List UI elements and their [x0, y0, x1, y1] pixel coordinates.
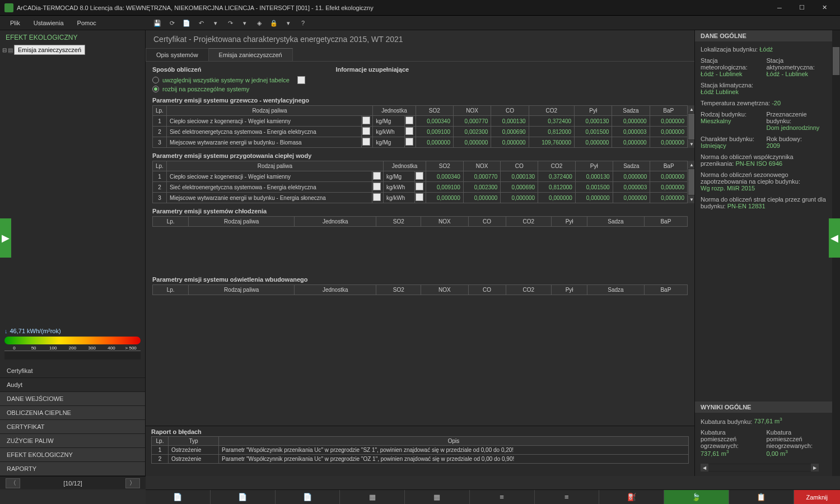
- cooling-empty: [152, 227, 688, 272]
- heat-scrollbar[interactable]: ▲▼: [688, 105, 694, 148]
- edit-icon[interactable]: [362, 138, 370, 146]
- content: Sposób obliczeń Informacje uzupełniające…: [146, 62, 694, 426]
- tabs: Opis systemów Emisja zanieczyszczeń: [146, 48, 694, 62]
- hotwater-table: Lp.Rodzaj paliwaJednostkaSO2NOXCOCO2PyłS…: [152, 161, 688, 203]
- tree-node-emisja[interactable]: Emisja zanieczyszczeń: [14, 45, 85, 55]
- edit-icon[interactable]: [405, 138, 413, 146]
- sidebar-item-2[interactable]: DANE WEJŚCIOWE: [0, 392, 145, 406]
- edit-icon[interactable]: [405, 116, 413, 124]
- radio-all-systems[interactable]: [152, 77, 159, 83]
- section-cooling: Parametry emisji systemów chłodzenia: [152, 208, 688, 214]
- close-button[interactable]: ✕: [813, 1, 836, 15]
- edit-icon[interactable]: [416, 193, 423, 201]
- lighting-empty: [152, 295, 688, 340]
- edit-icon[interactable]: [373, 193, 381, 201]
- bottombtn-3[interactable]: 📄: [276, 490, 340, 504]
- app-icon: [4, 3, 13, 12]
- cooling-table: Lp.Rodzaj paliwaJednostkaSO2NOXCOCO2PyłS…: [152, 216, 688, 227]
- method-label: Sposób obliczeń: [152, 66, 201, 73]
- undo-icon[interactable]: ↶: [195, 17, 207, 29]
- toolbar: 💾 ⟳ 📄 ↶ ▾ ↷ ▾ ◈ 🔒 ▾ ?: [151, 16, 309, 30]
- edit-icon[interactable]: [362, 127, 370, 135]
- bottom-toolbar: 📄 📄 📄 ▦ ▦ ≡ ≡ ⛽ 🍃 📋 Zamknij: [146, 489, 840, 504]
- layers-icon[interactable]: ◈: [253, 17, 265, 29]
- pager: 〈 [10/12] 〉: [0, 476, 146, 489]
- hotwater-scrollbar[interactable]: ▲▼: [688, 161, 694, 203]
- lock-dropdown-icon[interactable]: ▾: [282, 17, 295, 29]
- radio-split-systems[interactable]: [152, 86, 159, 92]
- menubar: Plik Ustawienia Pomoc: [0, 16, 840, 30]
- maximize-button[interactable]: ☐: [791, 1, 813, 15]
- gauge-ruler: [4, 351, 141, 360]
- sidebar-item-1[interactable]: Audyt: [0, 378, 145, 392]
- edit-icon[interactable]: [416, 183, 423, 190]
- sidebar-item-7[interactable]: RAPORTY: [0, 462, 145, 476]
- document-icon[interactable]: 📄: [180, 17, 193, 29]
- right-panel: DANE OGÓLNE Lokalizacja budynku: Łódź St…: [694, 30, 840, 476]
- sidebar-list: CertyfikatAudytDANE WEJŚCIOWEOBLICZENIA …: [0, 364, 145, 476]
- menu-settings[interactable]: Ustawienia: [27, 17, 71, 29]
- panel-header-results: WYNIKI OGÓLNE: [695, 402, 840, 413]
- bottombtn-4[interactable]: ▦: [340, 490, 405, 504]
- main-panel: Certyfikat - Projektowana charakterystyk…: [146, 30, 694, 476]
- bottombtn-7[interactable]: ≡: [535, 490, 600, 504]
- bottombtn-6[interactable]: ≡: [470, 490, 535, 504]
- bottombtn-2[interactable]: 📄: [211, 490, 276, 504]
- sidebar-item-5[interactable]: ZUŻYCIE PALIW: [0, 434, 145, 448]
- titlebar: ArCADia-TERMOCAD 8.0 Licencja dla: WEWNĘ…: [0, 0, 840, 16]
- pager-prev[interactable]: 〈: [6, 478, 20, 488]
- panel-header-general: DANE OGÓLNE: [695, 30, 840, 41]
- redo-dropdown-icon[interactable]: ▾: [239, 17, 251, 29]
- prev-page-arrow[interactable]: ▶: [0, 218, 11, 258]
- menu-file[interactable]: Plik: [3, 17, 27, 29]
- page-title: Certyfikat - Projektowana charakterystyk…: [146, 30, 694, 48]
- section-hotwater: Parametry emisji systemu przygotowania c…: [152, 152, 688, 159]
- pointer-icon: ↓: [4, 328, 8, 334]
- section-lighting: Parametry emisji systemu oświetlenia wbu…: [152, 276, 688, 283]
- error-panel: Raport o błędach Lp.TypOpis1OstrzeżenieP…: [146, 426, 694, 476]
- bottombtn-8[interactable]: ⛽: [599, 490, 664, 504]
- close-main-button[interactable]: Zamknij: [794, 490, 841, 504]
- sidebar-header: EFEKT EKOLOGICZNY: [0, 30, 145, 45]
- info-label: Informacje uzupełniające: [335, 66, 409, 73]
- info-icon-button[interactable]: [297, 76, 305, 84]
- refresh-icon[interactable]: ⟳: [166, 17, 178, 29]
- error-header: Raport o błędach: [151, 428, 689, 435]
- sidebar-item-4[interactable]: CERTYFIKAT: [0, 420, 145, 434]
- sidebar-item-0[interactable]: Certyfikat: [0, 364, 145, 378]
- sidebar: EFEKT EKOLOGICZNY ⊟ ▤ Emisja zanieczyszc…: [0, 30, 146, 476]
- window-title: ArCADia-TERMOCAD 8.0 Licencja dla: WEWNĘ…: [17, 4, 768, 11]
- redo-icon[interactable]: ↷: [224, 17, 236, 29]
- minimize-button[interactable]: ─: [768, 1, 791, 15]
- lock-icon[interactable]: 🔒: [268, 17, 280, 29]
- energy-gauge: ↓46,71 kWh/(m²rok) 050100200300400> 500: [0, 323, 145, 364]
- pager-next[interactable]: 〉: [125, 478, 140, 488]
- tree-collapse-icon[interactable]: ⊟: [2, 47, 7, 53]
- bottombtn-eco[interactable]: 🍃: [664, 490, 729, 504]
- pager-count: [10/12]: [63, 480, 82, 487]
- heat-table: Lp.Rodzaj paliwaJednostkaSO2NOXCOCO2PyłS…: [152, 105, 688, 148]
- bottombtn-5[interactable]: ▦: [405, 490, 470, 504]
- edit-icon[interactable]: [405, 127, 413, 135]
- menu-help[interactable]: Pomoc: [71, 17, 103, 29]
- lighting-table: Lp.Rodzaj paliwaJednostkaSO2NOXCOCO2PyłS…: [152, 284, 688, 295]
- sidebar-item-3[interactable]: OBLICZENIA CIEPLNE: [0, 406, 145, 420]
- right-h-scrollbar[interactable]: ◀▶: [701, 464, 819, 472]
- tab-emisja[interactable]: Emisja zanieczyszczeń: [208, 48, 293, 61]
- edit-icon[interactable]: [362, 116, 370, 124]
- save-icon[interactable]: 💾: [151, 17, 164, 29]
- edit-icon[interactable]: [416, 172, 423, 180]
- tab-opis[interactable]: Opis systemów: [146, 48, 209, 61]
- undo-dropdown-icon[interactable]: ▾: [209, 17, 222, 29]
- gauge-scale: 050100200300400> 500: [4, 346, 141, 351]
- gauge-bar: [4, 337, 141, 344]
- next-page-arrow[interactable]: ◀: [829, 218, 840, 258]
- edit-icon[interactable]: [373, 183, 381, 190]
- bottombtn-10[interactable]: 📋: [729, 490, 794, 504]
- bottombtn-1[interactable]: 📄: [146, 490, 211, 504]
- edit-icon[interactable]: [373, 172, 381, 180]
- help-icon[interactable]: ?: [297, 17, 309, 29]
- sidebar-item-6[interactable]: EFEKT EKOLOGICZNY: [0, 448, 145, 462]
- error-table: Lp.TypOpis1OstrzeżenieParametr "Współczy…: [151, 436, 689, 464]
- tree-branch-icon: ▤: [8, 47, 13, 53]
